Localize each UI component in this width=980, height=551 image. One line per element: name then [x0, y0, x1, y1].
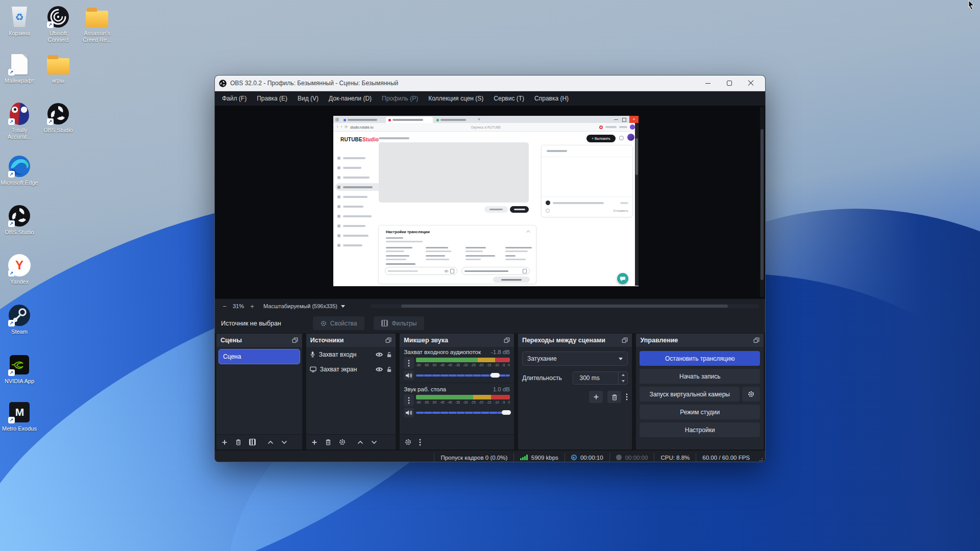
desktop-icon-games-folder[interactable]: игры — [39, 53, 78, 84]
preview-horizontal-scrollbar[interactable] — [370, 304, 759, 308]
zoom-out-button[interactable]: − — [221, 303, 228, 310]
close-button[interactable] — [748, 80, 754, 86]
meter-tick: -50 — [432, 363, 436, 367]
spin-down-icon[interactable] — [619, 378, 627, 384]
volume-slider[interactable] — [416, 410, 510, 416]
desktop-icon-obs-studio-2[interactable]: ↗ OBS Studio — [0, 204, 39, 236]
vu-meter — [416, 395, 510, 399]
browser-tab-strip: + × — [333, 116, 639, 123]
spin-up-icon[interactable] — [619, 372, 627, 378]
desktop-icon-totally-accurate[interactable]: ↗ Totally Accurat... — [0, 102, 39, 140]
volume-slider[interactable] — [416, 372, 510, 379]
menu-file[interactable]: Файл (F) — [217, 92, 252, 105]
properties-button[interactable]: Свойства — [313, 316, 365, 330]
menu-edit[interactable]: Правка (E) — [252, 92, 292, 105]
mixer-menu-button[interactable] — [419, 439, 421, 446]
mixer-dock-header[interactable]: Микшер звука — [400, 334, 514, 347]
menu-help[interactable]: Справка (H) — [529, 92, 574, 105]
scenes-dock-header[interactable]: Сцены — [216, 334, 302, 347]
unlock-icon[interactable] — [386, 352, 392, 358]
desktop-icon-nvidia-app[interactable]: ↗ NVIDIA App — [0, 353, 39, 385]
icon-label: Assassin's Creed Re... — [78, 30, 116, 43]
stop-streaming-button[interactable]: Остановить трансляцию — [640, 351, 760, 366]
popout-icon[interactable] — [622, 337, 628, 343]
transition-select[interactable]: Затухание — [522, 352, 628, 366]
fps-counter: 60.00 / 60.00 FPS — [696, 455, 756, 461]
preview-canvas[interactable]: + × ‹ › ⟳ studio.rutube.ru Окунись в RUT… — [215, 106, 765, 298]
transitions-dock-header[interactable]: Переходы между сценами — [518, 334, 632, 347]
meter-tick: -60 — [416, 363, 421, 367]
menu-tools[interactable]: Сервис (T) — [488, 92, 529, 105]
desktop: ♻ Корзина ↗ Ubisoft Connect Assassin's C… — [0, 0, 980, 551]
desktop-icon-assassins-creed-folder[interactable]: Assassin's Creed Re... — [78, 5, 116, 43]
scale-mode-dropdown[interactable]: Масштабируемый (596x335) — [263, 303, 345, 309]
preview-vertical-scrollbar[interactable] — [760, 107, 764, 297]
channel-menu-button[interactable] — [404, 394, 414, 406]
desktop-icon-recycle-bin[interactable]: ♻ Корзина — [0, 5, 39, 37]
desktop-icon-yandex[interactable]: Y ↗ Yandex — [0, 254, 39, 285]
mute-button[interactable] — [404, 408, 414, 417]
chevron-down-icon — [341, 305, 345, 308]
volume-slider-knob[interactable] — [502, 410, 511, 415]
duration-spinbox[interactable]: 300 ms — [573, 371, 628, 385]
meter-tick: -45 — [439, 400, 444, 405]
scene-up-button[interactable] — [267, 440, 274, 444]
visibility-eye-icon[interactable] — [376, 367, 383, 372]
maximize-button[interactable] — [726, 80, 732, 86]
settings-button[interactable]: Настройки — [640, 422, 760, 437]
source-row-display-capture[interactable]: Захват экран — [306, 362, 396, 377]
scene-down-button[interactable] — [281, 440, 287, 444]
source-down-button[interactable] — [371, 440, 377, 444]
desktop-icon-obs-studio[interactable]: ↗ OBS Studio — [39, 102, 78, 134]
volume-slider-knob[interactable] — [491, 373, 500, 378]
desktop-icon-metro-exodus[interactable]: M ↗ Metro Exodus — [0, 400, 39, 432]
scene-list-item[interactable]: Сцена — [218, 349, 300, 364]
desktop-icon-ubisoft-connect[interactable]: ↗ Ubisoft Connect — [39, 5, 78, 43]
visibility-eye-icon[interactable] — [376, 352, 383, 357]
unlock-icon[interactable] — [386, 366, 392, 372]
video-preview-area — [379, 142, 529, 203]
transition-menu-button[interactable] — [626, 393, 628, 400]
add-source-button[interactable] — [311, 439, 317, 445]
mute-button[interactable] — [404, 370, 414, 380]
popout-icon[interactable] — [385, 337, 391, 343]
minimize-button[interactable] — [705, 80, 711, 86]
start-virtual-camera-button[interactable]: Запуск виртуальной камеры — [640, 387, 740, 402]
menu-docks[interactable]: Док-панели (D) — [324, 92, 377, 105]
resize-grip[interactable] — [757, 458, 763, 462]
meter-tick: -10 — [494, 400, 499, 405]
source-row-audio-input[interactable]: Захват входн — [306, 347, 396, 362]
icon-label: Yandex — [0, 279, 39, 285]
icon-label: Ubisoft Connect — [39, 30, 78, 43]
menu-scene-collection[interactable]: Коллекция сцен (S) — [423, 92, 488, 105]
title-bar[interactable]: OBS 32.0.2 - Профиль: Безымянный - Сцены… — [215, 76, 765, 91]
studio-mode-button[interactable]: Режим студии — [640, 405, 760, 419]
desktop-icon-microsoft-edge[interactable]: ↗ Microsoft Edge — [0, 155, 39, 186]
add-scene-button[interactable] — [222, 439, 228, 445]
remove-source-button[interactable] — [325, 439, 331, 445]
channel-menu-button[interactable] — [404, 357, 414, 369]
remove-transition-button[interactable] — [607, 391, 621, 403]
source-up-button[interactable] — [357, 440, 363, 444]
popout-icon[interactable] — [292, 337, 298, 343]
start-recording-button[interactable]: Начать запись — [640, 369, 760, 384]
filters-button[interactable]: Фильтры — [374, 316, 424, 330]
popout-icon[interactable] — [753, 337, 760, 343]
meter-tick: -25 — [471, 400, 475, 405]
popout-icon[interactable] — [504, 337, 510, 343]
menu-profile[interactable]: Профиль (P) — [377, 92, 423, 105]
desktop-icon-steam[interactable]: ↗ Steam — [0, 304, 39, 335]
meter-tick: -35 — [455, 363, 460, 367]
desktop-icon-minecraft[interactable]: ↗ Майнкрафт — [0, 53, 39, 84]
menu-view[interactable]: Вид (V) — [292, 92, 324, 105]
password-save-icon — [599, 126, 603, 129]
zoom-in-button[interactable]: + — [249, 303, 256, 310]
scene-filters-button[interactable] — [249, 439, 256, 445]
advanced-audio-button[interactable] — [405, 439, 411, 445]
remove-scene-button[interactable] — [235, 439, 241, 445]
add-transition-button[interactable] — [589, 391, 603, 403]
sources-dock-header[interactable]: Источники — [306, 334, 396, 347]
source-properties-button[interactable] — [339, 439, 346, 445]
virtual-camera-settings-button[interactable] — [742, 387, 760, 402]
controls-dock-header[interactable]: Управление — [636, 334, 764, 347]
